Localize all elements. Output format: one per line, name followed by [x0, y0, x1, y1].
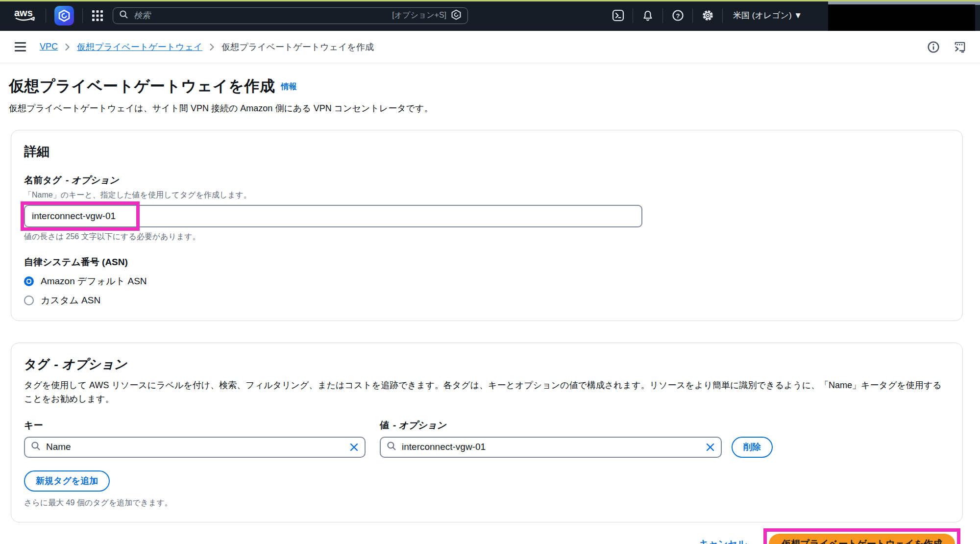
divider	[46, 8, 46, 23]
radio-unselected-icon[interactable]	[24, 296, 34, 305]
annotation-highlight-submit-button: 仮想プライベートゲートウェイを作成	[763, 528, 960, 544]
notifications-bell-icon[interactable]	[641, 9, 654, 22]
clear-x-icon[interactable]	[349, 443, 359, 452]
breadcrumb-bar: VPC 仮想プライベートゲートウェイ 仮想プライベートゲートウェイを作成	[0, 31, 980, 63]
radio-selected-icon[interactable]	[24, 276, 34, 286]
side-menu-hamburger-icon[interactable]	[15, 42, 26, 51]
svg-text:aws: aws	[14, 7, 33, 18]
form-actions: キャンセル 仮想プライベートゲートウェイを作成	[0, 528, 960, 544]
remove-tag-button[interactable]: 削除	[732, 437, 773, 458]
asn-option-custom[interactable]: カスタム ASN	[24, 294, 950, 307]
name-tag-input[interactable]	[24, 205, 642, 227]
breadcrumb-link-vgw[interactable]: 仮想プライベートゲートウェイ	[77, 41, 202, 53]
tag-value-input[interactable]	[401, 441, 701, 453]
search-icon	[119, 10, 128, 21]
search-icon	[387, 441, 396, 453]
asn-label: 自律システム番号 (ASN)	[24, 256, 950, 269]
divider	[82, 8, 83, 23]
divider	[722, 8, 723, 23]
search-icon	[31, 441, 41, 453]
aws-console-page: aws	[0, 0, 980, 544]
name-tag-label: 名前タグ- オプション	[24, 174, 950, 187]
tags-card: タグ- オプション タグを使用して AWS リソースにラベルを付け、検索、フィル…	[11, 343, 963, 522]
tags-description: タグを使用して AWS リソースにラベルを付け、検索、フィルタリング、またはコス…	[24, 379, 950, 406]
chevron-right-icon	[209, 43, 215, 51]
info-panel-icon[interactable]	[927, 41, 940, 53]
svg-text:?: ?	[676, 12, 680, 20]
tag-key-input[interactable]	[45, 441, 345, 453]
chevron-right-icon	[65, 43, 70, 51]
create-vgw-submit-button[interactable]: 仮想プライベートゲートウェイを作成	[769, 534, 955, 544]
amazon-q-hexagon-icon	[451, 9, 462, 22]
asn-option-amazon-default[interactable]: Amazon デフォルト ASN	[24, 275, 950, 288]
tag-row: キー 値- オプション	[24, 419, 950, 458]
tags-heading: タグ- オプション	[24, 356, 950, 373]
redacted-account-info	[828, 4, 975, 31]
page-header: 仮想プライベートゲートウェイを作成情報 仮想プライベートゲートウェイは、サイト間…	[0, 63, 980, 114]
details-heading: 詳細	[24, 143, 950, 160]
services-grid-icon[interactable]	[91, 9, 104, 22]
cancel-button[interactable]: キャンセル	[699, 538, 747, 544]
breadcrumb-link-vpc[interactable]: VPC	[40, 42, 58, 52]
divider	[692, 8, 693, 23]
topbar-right-controls: ? 米国 (オレゴン) ▼	[612, 0, 802, 31]
tag-key-field[interactable]	[24, 437, 366, 458]
global-search-box[interactable]: [オプション+S]	[113, 7, 468, 24]
region-selector[interactable]: 米国 (オレゴン) ▼	[733, 10, 802, 21]
clear-x-icon[interactable]	[706, 443, 715, 452]
help-icon[interactable]: ?	[671, 9, 684, 22]
search-input[interactable]	[133, 10, 388, 21]
breadcrumb-current: 仮想プライベートゲートウェイを作成	[221, 41, 374, 53]
radio-label: カスタム ASN	[41, 294, 100, 307]
tag-value-field[interactable]	[380, 437, 722, 458]
name-tag-constraint: 値の長さは 256 文字以下にする必要があります。	[24, 232, 950, 242]
screenshot-border-top	[0, 0, 980, 1]
tag-key-label: キー	[24, 419, 366, 432]
breadcrumb: VPC 仮想プライベートゲートウェイ 仮想プライベートゲートウェイを作成	[40, 41, 374, 53]
details-card: 詳細 名前タグ- オプション 「Name」のキーと、指定した値を使用してタグを作…	[11, 130, 963, 321]
info-link[interactable]: 情報	[281, 82, 297, 91]
aws-logo[interactable]: aws	[14, 7, 37, 25]
tag-limit-hint: さらに最大 49 個のタグを追加できます。	[24, 498, 950, 508]
settings-gear-icon[interactable]	[701, 9, 714, 22]
divider	[633, 8, 633, 23]
terminal-panel-icon[interactable]	[954, 41, 966, 53]
page-description: 仮想プライベートゲートウェイは、サイト間 VPN 接続の Amazon 側にある…	[9, 102, 980, 114]
tag-value-label: 値- オプション	[380, 419, 722, 432]
divider	[662, 8, 663, 23]
amazon-q-app-icon[interactable]	[54, 6, 74, 25]
add-new-tag-button[interactable]: 新規タグを追加	[24, 470, 110, 492]
radio-label: Amazon デフォルト ASN	[41, 275, 147, 288]
top-navigation-bar: aws	[0, 0, 980, 31]
page-title: 仮想プライベートゲートウェイを作成	[9, 77, 275, 95]
name-tag-help-text: 「Name」のキーと、指定した値を使用してタグを作成します。	[24, 190, 950, 200]
cloudshell-icon[interactable]	[612, 9, 624, 22]
search-shortcut-hint: [オプション+S]	[392, 10, 446, 21]
